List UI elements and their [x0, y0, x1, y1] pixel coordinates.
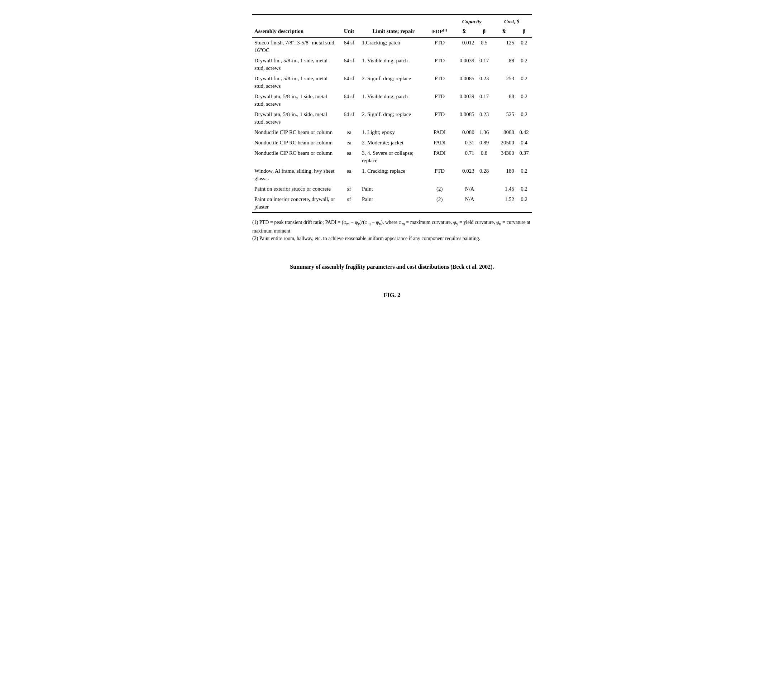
cell-limit: 1. Light; epoxy — [360, 127, 427, 138]
cell-cost-b: 0.2 — [516, 56, 532, 74]
cell-assembly: Drywall ptn, 5/8-in., 1 side, metal stud… — [252, 109, 338, 127]
cell-cap-b: 0.23 — [476, 74, 492, 91]
cell-unit: 64 sf — [338, 74, 360, 91]
header-unit: Unit — [338, 26, 360, 37]
cell-cost-x: 180 — [492, 166, 517, 184]
table-row: Nonductile CIP RC beam or columnea2. Mod… — [252, 138, 532, 148]
cell-limit: Paint — [360, 184, 427, 194]
header-limit-empty — [360, 15, 427, 26]
cell-limit: 1. Visible dmg; patch — [360, 56, 427, 74]
cell-cost-x: 20500 — [492, 138, 517, 148]
cell-cost-b: 0.2 — [516, 184, 532, 194]
page-container: Capacity Cost, $ Assembly description Un… — [252, 14, 532, 299]
cell-cost-b: 0.37 — [516, 148, 532, 166]
cell-cap-b: 0.17 — [476, 91, 492, 109]
cell-edp: PADI — [427, 127, 452, 138]
table-body: Stucco finish, 7/8", 3-5/8" metal stud, … — [252, 37, 532, 212]
cell-cost-x: 1.52 — [492, 194, 517, 212]
cell-assembly: Nonductile CIP RC beam or column — [252, 138, 338, 148]
cell-cost-b: 0.2 — [516, 37, 532, 56]
cell-cap-b: 0.89 — [476, 138, 492, 148]
cell-cap-x: 0.080 — [452, 127, 476, 138]
cell-limit: 1.Cracking; patch — [360, 37, 427, 56]
cell-unit: 64 sf — [338, 91, 360, 109]
cell-cap-b: 1.36 — [476, 127, 492, 138]
header-cost-b: β — [516, 26, 532, 37]
table-row: Paint on exterior stucco or concretesfPa… — [252, 184, 532, 194]
cell-assembly: Stucco finish, 7/8", 3-5/8" metal stud, … — [252, 37, 338, 56]
footnotes-section: (1) PTD = peak transient drift ratio; PA… — [252, 219, 532, 242]
cell-cap-b: 0.23 — [476, 109, 492, 127]
cell-assembly: Paint on interior concrete, drywall, or … — [252, 194, 338, 212]
table-header-row-1: Capacity Cost, $ — [252, 15, 532, 26]
cell-cost-b: 0.4 — [516, 138, 532, 148]
header-capacity-span: Capacity — [452, 15, 492, 26]
cell-edp: PADI — [427, 148, 452, 166]
cell-cost-b: 0.2 — [516, 91, 532, 109]
figure-caption: Summary of assembly fragility parameters… — [252, 264, 532, 270]
table-row: Paint on interior concrete, drywall, or … — [252, 194, 532, 212]
cell-assembly: Nonductile CIP RC beam or column — [252, 127, 338, 138]
cell-cost-b: 0.2 — [516, 166, 532, 184]
cell-cost-x: 88 — [492, 56, 517, 74]
cell-edp: (2) — [427, 194, 452, 212]
cell-cost-x: 525 — [492, 109, 517, 127]
header-assembly: Assembly description — [252, 26, 338, 37]
main-table: Capacity Cost, $ Assembly description Un… — [252, 14, 532, 213]
table-row: Drywall ptn, 5/8-in., 1 side, metal stud… — [252, 91, 532, 109]
cell-cost-x: 1.45 — [492, 184, 517, 194]
cell-unit: ea — [338, 138, 360, 148]
cell-cap-x: 0.012 — [452, 37, 476, 56]
cell-cap-b: 0.5 — [476, 37, 492, 56]
cell-assembly: Paint on exterior stucco or concrete — [252, 184, 338, 194]
cell-assembly: Drywall fin., 5/8-in., 1 side, metal stu… — [252, 56, 338, 74]
cell-cap-x: 0.023 — [452, 166, 476, 184]
cell-unit: sf — [338, 184, 360, 194]
table-row: Stucco finish, 7/8", 3-5/8" metal stud, … — [252, 37, 532, 56]
cell-edp: PTD — [427, 109, 452, 127]
cell-limit: 1. Cracking; replace — [360, 166, 427, 184]
table-row: Drywall fin., 5/8-in., 1 side, metal stu… — [252, 74, 532, 91]
cell-limit: 2. Moderate; jacket — [360, 138, 427, 148]
cell-edp: (2) — [427, 184, 452, 194]
cell-cost-x: 253 — [492, 74, 517, 91]
header-cap-b: β — [476, 26, 492, 37]
cell-assembly: Window, Al frame, sliding, hvy sheet gla… — [252, 166, 338, 184]
cell-cap-x: N/A — [452, 194, 476, 212]
cell-cap-x: 0.0039 — [452, 56, 476, 74]
cell-cost-x: 88 — [492, 91, 517, 109]
footnote-2: (2) Paint entire room, hallway, etc. to … — [252, 235, 532, 242]
cell-cap-b: 0.17 — [476, 56, 492, 74]
cell-assembly: Drywall fin., 5/8-in., 1 side, metal stu… — [252, 74, 338, 91]
cell-unit: ea — [338, 127, 360, 138]
footnote-1: (1) PTD = peak transient drift ratio; PA… — [252, 219, 532, 235]
cell-assembly: Drywall ptn, 5/8-in., 1 side, metal stud… — [252, 91, 338, 109]
cell-unit: 64 sf — [338, 37, 360, 56]
cell-cost-b: 0.42 — [516, 127, 532, 138]
cell-cap-x: 0.0039 — [452, 91, 476, 109]
cell-edp: PTD — [427, 56, 452, 74]
cell-cost-b: 0.2 — [516, 194, 532, 212]
cell-edp: PTD — [427, 91, 452, 109]
header-assembly-empty — [252, 15, 338, 26]
cell-assembly: Nonductile CIP RC beam or column — [252, 148, 338, 166]
cell-cap-x: N/A — [452, 184, 476, 194]
table-row: Drywall fin., 5/8-in., 1 side, metal stu… — [252, 56, 532, 74]
cell-limit: 2. Signif. dmg; replace — [360, 74, 427, 91]
cell-unit: 64 sf — [338, 56, 360, 74]
cell-cap-b: 0.28 — [476, 166, 492, 184]
cell-limit: 1. Visible dmg; patch — [360, 91, 427, 109]
cell-cost-x: 34300 — [492, 148, 517, 166]
table-row: Drywall ptn, 5/8-in., 1 side, metal stud… — [252, 109, 532, 127]
cell-cap-x: 0.31 — [452, 138, 476, 148]
cell-cost-x: 125 — [492, 37, 517, 56]
cell-cap-x: 0.71 — [452, 148, 476, 166]
cell-limit: Paint — [360, 194, 427, 212]
table-row: Nonductile CIP RC beam or columnea1. Lig… — [252, 127, 532, 138]
header-cap-x: x̂ — [452, 26, 476, 37]
cell-edp: PTD — [427, 37, 452, 56]
header-edp-empty — [427, 15, 452, 26]
header-cost-x: x̂ — [492, 26, 517, 37]
table-row: Nonductile CIP RC beam or columnea3, 4. … — [252, 148, 532, 166]
cell-edp: PTD — [427, 74, 452, 91]
